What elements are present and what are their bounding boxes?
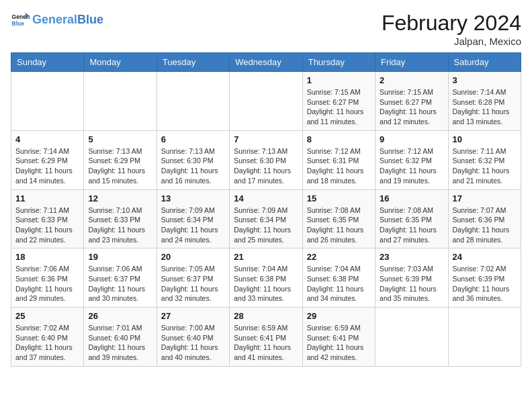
calendar-cell: 3Sunrise: 7:14 AMSunset: 6:28 PMDaylight… <box>448 72 521 131</box>
calendar-cell <box>84 72 157 131</box>
cell-info: Sunrise: 7:09 AMSunset: 6:34 PMDaylight:… <box>234 205 298 245</box>
cell-daylight: Daylight: 11 hours and 36 minutes. <box>453 284 517 304</box>
cell-date: 27 <box>161 311 225 321</box>
cell-sunset: Sunset: 6:30 PM <box>234 156 298 166</box>
weekday-header: Monday <box>84 53 157 72</box>
cell-sunrise: Sunrise: 6:59 AM <box>234 323 298 333</box>
cell-date: 16 <box>380 193 443 203</box>
cell-date: 29 <box>307 311 371 321</box>
svg-text:Blue: Blue <box>12 20 25 27</box>
cell-date: 6 <box>161 134 225 144</box>
cell-info: Sunrise: 7:11 AMSunset: 6:33 PMDaylight:… <box>15 205 79 245</box>
cell-date: 1 <box>307 75 371 85</box>
cell-date: 5 <box>88 134 152 144</box>
cell-sunrise: Sunrise: 6:59 AM <box>307 323 371 333</box>
cell-daylight: Daylight: 11 hours and 42 minutes. <box>307 342 371 362</box>
cell-daylight: Daylight: 11 hours and 11 minutes. <box>307 107 371 126</box>
cell-sunrise: Sunrise: 7:08 AM <box>307 205 371 216</box>
cell-info: Sunrise: 7:10 AMSunset: 6:33 PMDaylight:… <box>88 205 152 245</box>
cell-sunrise: Sunrise: 7:14 AM <box>453 87 517 97</box>
cell-daylight: Daylight: 11 hours and 15 minutes. <box>88 166 152 185</box>
cell-daylight: Daylight: 11 hours and 27 minutes. <box>380 225 443 244</box>
weekday-header: Friday <box>375 53 448 72</box>
cell-sunrise: Sunrise: 7:14 AM <box>15 146 79 156</box>
cell-sunrise: Sunrise: 7:02 AM <box>453 264 517 274</box>
cell-sunset: Sunset: 6:29 PM <box>15 156 79 166</box>
cell-info: Sunrise: 7:13 AMSunset: 6:29 PMDaylight:… <box>88 146 152 186</box>
cell-sunrise: Sunrise: 7:07 AM <box>453 205 517 216</box>
calendar-cell: 20Sunrise: 7:05 AMSunset: 6:37 PMDayligh… <box>157 248 229 308</box>
cell-date: 9 <box>380 134 443 144</box>
cell-date: 26 <box>88 311 152 321</box>
cell-sunrise: Sunrise: 7:02 AM <box>15 323 79 333</box>
calendar-cell: 29Sunrise: 6:59 AMSunset: 6:41 PMDayligh… <box>302 308 375 367</box>
calendar-cell: 13Sunrise: 7:09 AMSunset: 6:34 PMDayligh… <box>157 189 229 248</box>
cell-sunset: Sunset: 6:39 PM <box>453 274 517 284</box>
calendar-cell: 28Sunrise: 6:59 AMSunset: 6:41 PMDayligh… <box>230 308 302 367</box>
cell-daylight: Daylight: 11 hours and 34 minutes. <box>307 284 371 304</box>
cell-sunset: Sunset: 6:41 PM <box>307 333 371 343</box>
cell-sunset: Sunset: 6:39 PM <box>380 274 443 284</box>
cell-info: Sunrise: 7:04 AMSunset: 6:38 PMDaylight:… <box>234 264 298 304</box>
cell-sunset: Sunset: 6:33 PM <box>88 215 152 225</box>
cell-date: 25 <box>15 311 79 321</box>
cell-sunset: Sunset: 6:38 PM <box>234 274 298 284</box>
calendar-cell: 21Sunrise: 7:04 AMSunset: 6:38 PMDayligh… <box>230 248 302 308</box>
cell-sunset: Sunset: 6:37 PM <box>88 274 152 284</box>
cell-date: 14 <box>234 193 298 203</box>
cell-sunrise: Sunrise: 7:06 AM <box>88 264 152 274</box>
cell-date: 22 <box>307 252 371 262</box>
calendar-cell: 12Sunrise: 7:10 AMSunset: 6:33 PMDayligh… <box>84 189 157 248</box>
cell-sunrise: Sunrise: 7:04 AM <box>234 264 298 274</box>
cell-daylight: Daylight: 11 hours and 13 minutes. <box>453 107 517 126</box>
cell-sunrise: Sunrise: 7:15 AM <box>380 87 443 97</box>
cell-daylight: Daylight: 11 hours and 28 minutes. <box>453 225 517 244</box>
cell-sunset: Sunset: 6:40 PM <box>15 333 79 343</box>
cell-sunset: Sunset: 6:33 PM <box>15 215 79 225</box>
cell-daylight: Daylight: 11 hours and 26 minutes. <box>307 225 371 244</box>
calendar-cell: 4Sunrise: 7:14 AMSunset: 6:29 PMDaylight… <box>11 130 84 189</box>
calendar-cell: 26Sunrise: 7:01 AMSunset: 6:40 PMDayligh… <box>84 308 157 367</box>
cell-info: Sunrise: 7:09 AMSunset: 6:34 PMDaylight:… <box>161 205 225 245</box>
calendar-week-row: 1Sunrise: 7:15 AMSunset: 6:27 PMDaylight… <box>11 72 521 131</box>
cell-sunset: Sunset: 6:28 PM <box>453 97 517 107</box>
cell-sunrise: Sunrise: 7:12 AM <box>380 146 443 156</box>
cell-date: 18 <box>15 252 79 262</box>
cell-daylight: Daylight: 11 hours and 21 minutes. <box>453 166 517 185</box>
cell-info: Sunrise: 7:08 AMSunset: 6:35 PMDaylight:… <box>380 205 443 245</box>
cell-sunrise: Sunrise: 7:11 AM <box>453 146 517 156</box>
calendar-cell: 19Sunrise: 7:06 AMSunset: 6:37 PMDayligh… <box>84 248 157 308</box>
cell-info: Sunrise: 7:12 AMSunset: 6:31 PMDaylight:… <box>307 146 371 186</box>
cell-date: 17 <box>453 193 517 203</box>
cell-daylight: Daylight: 11 hours and 19 minutes. <box>380 166 443 185</box>
cell-sunrise: Sunrise: 7:11 AM <box>15 205 79 216</box>
cell-sunrise: Sunrise: 7:15 AM <box>307 87 371 97</box>
cell-sunrise: Sunrise: 7:13 AM <box>234 146 298 156</box>
cell-info: Sunrise: 7:15 AMSunset: 6:27 PMDaylight:… <box>380 87 443 127</box>
cell-daylight: Daylight: 11 hours and 14 minutes. <box>15 166 79 185</box>
cell-info: Sunrise: 6:59 AMSunset: 6:41 PMDaylight:… <box>234 323 298 363</box>
calendar-cell: 14Sunrise: 7:09 AMSunset: 6:34 PMDayligh… <box>230 189 302 248</box>
cell-sunset: Sunset: 6:36 PM <box>15 274 79 284</box>
calendar-cell <box>448 308 521 367</box>
cell-sunrise: Sunrise: 7:12 AM <box>307 146 371 156</box>
calendar-cell: 17Sunrise: 7:07 AMSunset: 6:36 PMDayligh… <box>448 189 521 248</box>
cell-sunset: Sunset: 6:38 PM <box>307 274 371 284</box>
calendar-week-row: 4Sunrise: 7:14 AMSunset: 6:29 PMDaylight… <box>11 130 521 189</box>
cell-date: 28 <box>234 311 298 321</box>
cell-info: Sunrise: 7:06 AMSunset: 6:36 PMDaylight:… <box>15 264 79 304</box>
cell-daylight: Daylight: 11 hours and 37 minutes. <box>15 342 79 362</box>
cell-daylight: Daylight: 11 hours and 33 minutes. <box>234 284 298 304</box>
cell-sunset: Sunset: 6:40 PM <box>161 333 225 343</box>
cell-date: 3 <box>453 75 517 85</box>
cell-daylight: Daylight: 11 hours and 29 minutes. <box>15 284 79 304</box>
cell-date: 10 <box>453 134 517 144</box>
cell-daylight: Daylight: 11 hours and 35 minutes. <box>380 284 443 304</box>
cell-info: Sunrise: 7:11 AMSunset: 6:32 PMDaylight:… <box>453 146 517 186</box>
weekday-header: Thursday <box>302 53 375 72</box>
cell-sunset: Sunset: 6:41 PM <box>234 333 298 343</box>
cell-info: Sunrise: 7:01 AMSunset: 6:40 PMDaylight:… <box>88 323 152 363</box>
cell-daylight: Daylight: 11 hours and 40 minutes. <box>161 342 225 362</box>
cell-daylight: Daylight: 11 hours and 25 minutes. <box>234 225 298 244</box>
cell-date: 12 <box>88 193 152 203</box>
